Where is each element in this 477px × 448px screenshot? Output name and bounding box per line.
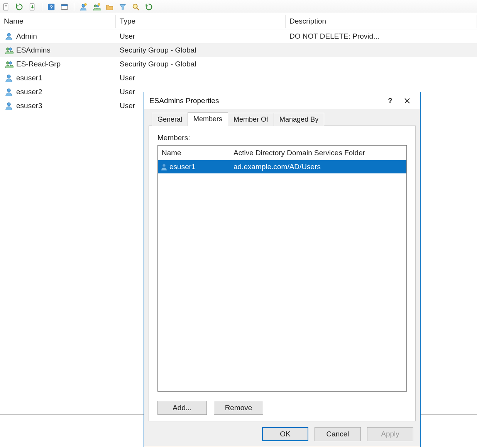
members-button-row: Add... Remove [157, 401, 407, 415]
list-row[interactable]: esuser1User [0, 71, 477, 85]
row-name: Admin [16, 32, 37, 41]
row-type: Security Group - Global [116, 58, 286, 71]
row-name: ES-Read-Grp [16, 60, 61, 68]
tab-managed-by[interactable]: Managed By [274, 113, 324, 126]
group-icon [4, 45, 14, 55]
user-icon [4, 31, 14, 41]
column-header-description[interactable]: Description [286, 15, 477, 28]
ok-button[interactable]: OK [262, 427, 308, 441]
tab-bar: General Members Member Of Managed By [149, 112, 416, 126]
row-type: User [116, 30, 286, 43]
dialog-footer: OK Cancel Apply [144, 421, 420, 447]
list-row[interactable]: ES-Read-GrpSecurity Group - Global [0, 57, 477, 71]
apply-button[interactable]: Apply [367, 427, 413, 441]
toolbar-separator [42, 3, 42, 11]
refresh-icon[interactable] [15, 2, 24, 12]
properties-dialog: ESAdmins Properties General Members Memb… [144, 92, 421, 447]
dialog-titlebar[interactable]: ESAdmins Properties [144, 92, 420, 109]
members-rows: esuser1ad.example.com/AD/Users [158, 160, 406, 391]
row-name: esuser2 [16, 88, 42, 96]
user-icon [4, 73, 14, 83]
list-row[interactable]: AdminUserDO NOT DELETE: Provid... [0, 29, 477, 43]
help-icon[interactable] [47, 2, 56, 12]
export-icon[interactable] [28, 2, 37, 12]
dialog-body: General Members Member Of Managed By Mem… [144, 109, 420, 421]
add-ou-icon[interactable] [105, 2, 114, 12]
tab-member-of[interactable]: Member Of [228, 113, 274, 126]
properties-icon[interactable] [60, 2, 69, 12]
row-description: DO NOT DELETE: Provid... [286, 30, 477, 43]
column-header-name[interactable]: Name [0, 15, 116, 28]
row-name: ESAdmins [16, 46, 51, 54]
row-type: User [116, 71, 286, 85]
dialog-close-button[interactable] [399, 95, 416, 107]
toolbar-separator [74, 3, 74, 11]
members-label: Members: [157, 134, 407, 142]
add-user-icon[interactable] [79, 2, 88, 12]
row-name: esuser1 [16, 74, 42, 82]
tab-members[interactable]: Members [188, 112, 228, 126]
group-icon [4, 59, 14, 69]
dialog-title: ESAdmins Properties [149, 97, 382, 105]
column-header-type[interactable]: Type [116, 15, 286, 28]
document-icon[interactable] [2, 2, 11, 12]
user-icon [4, 101, 14, 111]
row-description [286, 62, 477, 66]
members-header: Name Active Directory Domain Services Fo… [158, 146, 406, 160]
list-header: Name Type Description [0, 13, 477, 29]
members-col-folder[interactable]: Active Directory Domain Services Folder [231, 149, 406, 157]
add-group-icon[interactable] [92, 2, 101, 12]
user-icon [4, 87, 14, 97]
members-listbox[interactable]: Name Active Directory Domain Services Fo… [157, 145, 407, 392]
list-row[interactable]: ESAdminsSecurity Group - Global [0, 43, 477, 57]
tab-general[interactable]: General [152, 113, 188, 126]
toolbar [0, 0, 477, 13]
cancel-button[interactable]: Cancel [315, 427, 361, 441]
members-col-name[interactable]: Name [158, 149, 231, 157]
row-type: Security Group - Global [116, 44, 286, 57]
add-button[interactable]: Add... [157, 401, 207, 415]
filter-icon[interactable] [118, 2, 127, 12]
member-row[interactable]: esuser1ad.example.com/AD/Users [158, 160, 406, 173]
user-icon [158, 163, 169, 171]
dialog-help-button[interactable] [382, 95, 399, 107]
user-list-panel: Name Type Description AdminUserDO NOT DE… [0, 13, 477, 415]
reload-icon[interactable] [144, 2, 154, 12]
row-description [286, 48, 477, 53]
member-name: esuser1 [169, 163, 231, 171]
member-folder: ad.example.com/AD/Users [231, 163, 406, 171]
search-icon[interactable] [131, 2, 140, 12]
tab-panel-members: Members: Name Active Directory Domain Se… [149, 126, 416, 421]
row-description [286, 76, 477, 80]
remove-button[interactable]: Remove [214, 401, 263, 415]
row-name: esuser3 [16, 102, 42, 110]
